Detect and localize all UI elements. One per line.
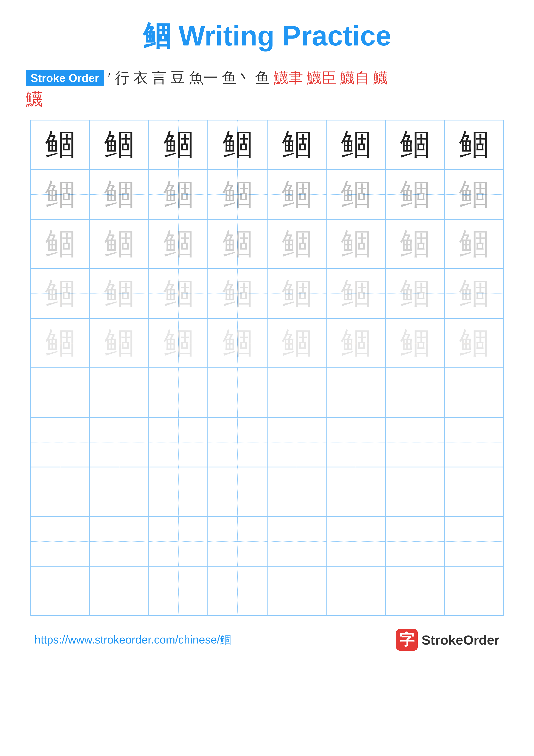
grid-char: 鲴 — [104, 273, 134, 314]
stroke-step-7: 鱼丶 — [222, 68, 251, 88]
footer-url[interactable]: https://www.strokeorder.com/chinese/鲴 — [35, 632, 231, 647]
stroke-step-3: ⾐ — [133, 68, 148, 88]
grid-cell[interactable]: 鲴 — [149, 219, 208, 269]
grid-cell[interactable] — [326, 368, 385, 418]
grid-cell[interactable]: 鲴 — [445, 269, 504, 318]
grid-cell[interactable] — [89, 566, 149, 616]
grid-cell[interactable] — [31, 368, 90, 418]
footer-brand: 字 StrokeOrder — [396, 629, 499, 651]
grid-cell[interactable]: 鲴 — [326, 219, 385, 269]
grid-char: 鲴 — [163, 174, 193, 215]
grid-char: 鲴 — [45, 174, 75, 215]
grid-cell[interactable] — [208, 566, 267, 616]
grid-char: 鲴 — [282, 124, 312, 165]
grid-char: 鲴 — [222, 174, 252, 215]
grid-cell[interactable] — [267, 418, 326, 467]
grid-cell[interactable]: 鲴 — [208, 170, 267, 219]
grid-cell[interactable]: 鲴 — [149, 269, 208, 318]
grid-cell[interactable] — [445, 517, 504, 566]
grid-cell[interactable] — [149, 368, 208, 418]
stroke-order-row: Stroke Order ′ ⾏ ⾐ ⾔ ⾖ 魚一 鱼丶 鱼 鱴⾀ 鱴⾂ 鱴⾃ … — [26, 68, 388, 88]
grid-cell[interactable] — [149, 467, 208, 517]
grid-cell[interactable]: 鲴 — [385, 219, 445, 269]
grid-cell[interactable]: 鲴 — [385, 170, 445, 219]
grid-char: 鲴 — [341, 323, 371, 364]
grid-cell[interactable]: 鲴 — [445, 219, 504, 269]
grid-char: 鲴 — [222, 273, 252, 314]
grid-cell[interactable] — [31, 467, 90, 517]
grid-cell[interactable] — [326, 517, 385, 566]
grid-cell[interactable]: 鲴 — [89, 318, 149, 368]
grid-cell[interactable] — [149, 418, 208, 467]
grid-char: 鲴 — [222, 124, 252, 165]
grid-cell[interactable]: 鲴 — [149, 170, 208, 219]
grid-cell[interactable] — [89, 467, 149, 517]
grid-cell[interactable] — [445, 566, 504, 616]
grid-char: 鲴 — [222, 323, 252, 364]
grid-cell[interactable]: 鲴 — [326, 318, 385, 368]
grid-char: 鲴 — [104, 323, 134, 364]
grid-char: 鲴 — [45, 323, 75, 364]
grid-cell[interactable] — [267, 368, 326, 418]
grid-cell[interactable] — [31, 517, 90, 566]
grid-cell[interactable]: 鲴 — [267, 219, 326, 269]
grid-cell[interactable]: 鲴 — [89, 219, 149, 269]
grid-cell[interactable] — [385, 368, 445, 418]
grid-cell[interactable]: 鲴 — [326, 170, 385, 219]
grid-cell[interactable] — [385, 517, 445, 566]
grid-cell[interactable] — [385, 418, 445, 467]
grid-cell[interactable] — [89, 517, 149, 566]
grid-cell[interactable] — [208, 368, 267, 418]
grid-cell[interactable]: 鲴 — [208, 269, 267, 318]
grid-cell[interactable]: 鲴 — [31, 170, 90, 219]
grid-cell[interactable]: 鲴 — [208, 120, 267, 170]
grid-cell[interactable]: 鲴 — [445, 318, 504, 368]
grid-cell[interactable] — [267, 517, 326, 566]
grid-cell[interactable] — [326, 418, 385, 467]
grid-char: 鲴 — [459, 323, 489, 364]
grid-cell[interactable]: 鲴 — [445, 120, 504, 170]
grid-char: 鲴 — [400, 273, 430, 314]
grid-cell[interactable]: 鲴 — [385, 318, 445, 368]
grid-cell[interactable]: 鲴 — [149, 120, 208, 170]
grid-cell[interactable]: 鲴 — [385, 120, 445, 170]
stroke-step-8: 鱼 — [255, 68, 270, 88]
grid-cell[interactable]: 鲴 — [326, 120, 385, 170]
grid-cell[interactable] — [149, 566, 208, 616]
grid-cell[interactable]: 鲴 — [89, 269, 149, 318]
grid-cell[interactable]: 鲴 — [89, 120, 149, 170]
grid-cell[interactable]: 鲴 — [385, 269, 445, 318]
grid-cell[interactable] — [445, 418, 504, 467]
grid-char: 鲴 — [163, 323, 193, 364]
grid-cell[interactable]: 鲴 — [267, 170, 326, 219]
grid-cell[interactable]: 鲴 — [149, 318, 208, 368]
grid-cell[interactable]: 鲴 — [208, 318, 267, 368]
grid-cell[interactable] — [31, 418, 90, 467]
grid-cell[interactable] — [208, 467, 267, 517]
grid-cell[interactable]: 鲴 — [31, 219, 90, 269]
grid-cell[interactable]: 鲴 — [31, 269, 90, 318]
grid-cell[interactable] — [326, 467, 385, 517]
grid-cell[interactable]: 鲴 — [267, 269, 326, 318]
grid-cell[interactable]: 鲴 — [267, 318, 326, 368]
grid-cell[interactable] — [385, 467, 445, 517]
grid-cell[interactable] — [89, 368, 149, 418]
grid-cell[interactable]: 鲴 — [326, 269, 385, 318]
grid-cell[interactable]: 鲴 — [445, 170, 504, 219]
grid-cell[interactable] — [385, 566, 445, 616]
grid-cell[interactable] — [445, 368, 504, 418]
grid-cell[interactable] — [208, 517, 267, 566]
grid-cell[interactable] — [445, 467, 504, 517]
grid-cell[interactable]: 鲴 — [31, 318, 90, 368]
grid-cell[interactable]: 鲴 — [208, 219, 267, 269]
grid-cell[interactable] — [267, 467, 326, 517]
grid-cell[interactable] — [31, 566, 90, 616]
grid-cell[interactable] — [208, 418, 267, 467]
grid-cell[interactable] — [89, 418, 149, 467]
grid-cell[interactable] — [267, 566, 326, 616]
grid-cell[interactable] — [149, 517, 208, 566]
grid-cell[interactable]: 鲴 — [267, 120, 326, 170]
grid-cell[interactable] — [326, 566, 385, 616]
grid-cell[interactable]: 鲴 — [31, 120, 90, 170]
grid-cell[interactable]: 鲴 — [89, 170, 149, 219]
